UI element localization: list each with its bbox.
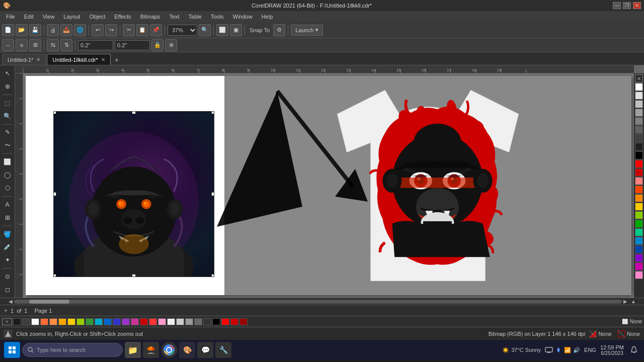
interactive-tool[interactable]: ✦ [2, 254, 14, 266]
no-fill-swatch[interactable]: ✕ [635, 74, 643, 82]
open-button[interactable]: 📂 [16, 24, 28, 36]
rectangle-tool[interactable]: ⬜ [2, 156, 14, 168]
taskbar-people[interactable] [143, 342, 159, 358]
menu-effects[interactable]: Effects [110, 13, 135, 21]
sys-tray-icons[interactable]: 📶 🔊 [545, 346, 580, 353]
color-nearblack[interactable] [635, 143, 643, 151]
cb-black[interactable] [13, 318, 21, 325]
color-orange[interactable] [635, 194, 643, 202]
menu-layout[interactable]: Layout [59, 13, 84, 21]
taskbar-chrome[interactable] [161, 342, 177, 358]
cb-gray3[interactable] [203, 318, 211, 325]
color-white[interactable] [635, 83, 643, 91]
paste-button[interactable]: 📌 [150, 24, 162, 36]
color-gray2[interactable] [635, 117, 643, 125]
restore-button[interactable]: ❐ [623, 2, 631, 9]
color-pink[interactable] [635, 271, 643, 279]
color-lightgray[interactable] [635, 92, 643, 100]
ellipse-tool[interactable]: ◯ [2, 169, 14, 181]
cb-lightgray2[interactable] [176, 318, 184, 325]
smart-draw-tool[interactable]: 〜 [2, 139, 14, 151]
menu-table[interactable]: Table [185, 13, 206, 21]
menu-text[interactable]: Text [165, 13, 183, 21]
align-btn[interactable]: ≡ [16, 39, 28, 51]
mirror-v-btn[interactable]: ⇅ [60, 39, 72, 51]
menu-help[interactable]: Help [258, 13, 277, 21]
cb-brightred2[interactable] [230, 318, 238, 325]
tab-close-untitled1[interactable]: ✕ [36, 57, 40, 62]
tab-add-button[interactable]: + [112, 55, 122, 65]
cb-lightpink[interactable] [158, 318, 166, 325]
color-teal[interactable] [635, 228, 643, 236]
cb-pink1[interactable] [131, 318, 139, 325]
taskbar-app1[interactable]: 💬 [197, 342, 213, 358]
scroll-right-btn[interactable]: ▶ [622, 298, 629, 305]
color-silver[interactable] [635, 100, 643, 108]
cb-yellowgreen[interactable] [76, 318, 85, 325]
cb-red1[interactable] [140, 318, 148, 325]
cb-gray1[interactable] [185, 318, 193, 325]
scroll-thumb[interactable] [29, 300, 69, 304]
redo-button[interactable]: ↪ [105, 24, 117, 36]
snap-settings[interactable]: ⚙ [273, 24, 285, 36]
zoom-in-button[interactable]: 🔍 [199, 24, 211, 36]
tab-close-active[interactable]: ✕ [101, 57, 105, 62]
cb-orange1[interactable] [40, 318, 48, 325]
select-tool[interactable]: ↖ [2, 67, 14, 79]
cb-white[interactable] [31, 318, 39, 325]
color-orange-red[interactable] [635, 186, 643, 194]
color-darkred[interactable] [635, 168, 643, 176]
node-tool[interactable]: ⊕ [2, 80, 14, 93]
menu-object[interactable]: Object [85, 13, 109, 21]
lock-ratio-btn[interactable]: 🔒 [151, 39, 164, 51]
cb-cyan[interactable] [95, 318, 103, 325]
cb-orange3[interactable] [58, 318, 66, 325]
vscroll-top-btn[interactable]: ▲ [630, 298, 637, 305]
taskbar-search[interactable]: Type here to search [22, 343, 123, 357]
minimize-button[interactable]: — [613, 2, 621, 9]
color-black[interactable] [635, 151, 643, 159]
eyedropper-tool[interactable]: 💉 [2, 241, 14, 253]
transform-btn[interactable]: ↔ [2, 39, 14, 51]
save-button[interactable]: 💾 [29, 24, 41, 36]
mirror-h-btn[interactable]: ⇆ [47, 39, 59, 51]
tab-active-doc[interactable]: Untitled-1llkkll.cdr* ✕ [47, 54, 110, 65]
text-tool[interactable]: A [2, 199, 14, 211]
export-button[interactable]: 📤 [60, 24, 72, 36]
color-blue[interactable] [635, 237, 643, 245]
print-button[interactable]: 🖨 [47, 24, 59, 36]
position-btn[interactable]: ⊕ [165, 39, 177, 51]
menu-window[interactable]: Window [229, 13, 257, 21]
cb-darkred[interactable] [239, 318, 248, 325]
cb-purple[interactable] [122, 318, 130, 325]
cb-red2[interactable] [149, 318, 157, 325]
cb-black2[interactable] [212, 318, 220, 325]
cb-darkblue[interactable] [113, 318, 121, 325]
cb-green[interactable] [86, 318, 94, 325]
color-green[interactable] [635, 220, 643, 228]
close-button[interactable]: ✕ [633, 2, 641, 9]
crop-tool[interactable]: ⬚ [2, 97, 14, 109]
group-btn[interactable]: ⊞ [29, 39, 41, 51]
menu-bitmaps[interactable]: Bitmaps [136, 13, 165, 21]
color-yellowgreen[interactable] [635, 211, 643, 219]
color-gray3[interactable] [635, 126, 643, 134]
page-add-btn[interactable]: + [4, 307, 8, 314]
color-yellow[interactable] [635, 203, 643, 211]
scroll-track[interactable] [14, 300, 622, 304]
cb-gray2[interactable] [194, 318, 202, 325]
new-button[interactable]: 📄 [2, 24, 14, 36]
no-fill-bar-btn[interactable]: ✕ [2, 318, 12, 325]
y-position-input[interactable] [115, 40, 150, 50]
freehand-tool[interactable]: ✎ [2, 127, 14, 139]
scroll-left-btn[interactable]: ◀ [7, 298, 14, 305]
taskbar-app2[interactable]: 🔧 [215, 342, 231, 358]
menu-view[interactable]: View [39, 13, 59, 21]
tab-untitled1[interactable]: Untitled-1* ✕ [2, 54, 46, 65]
color-darkgray[interactable] [635, 134, 643, 142]
undo-button[interactable]: ↩ [92, 24, 104, 36]
taskbar-coreldraw[interactable]: 🎨 [179, 342, 195, 358]
publish-button[interactable]: 🌐 [74, 24, 86, 36]
eraser-tool[interactable]: ◻ [2, 284, 14, 296]
zoom-tool[interactable]: 🔍 [2, 110, 14, 122]
